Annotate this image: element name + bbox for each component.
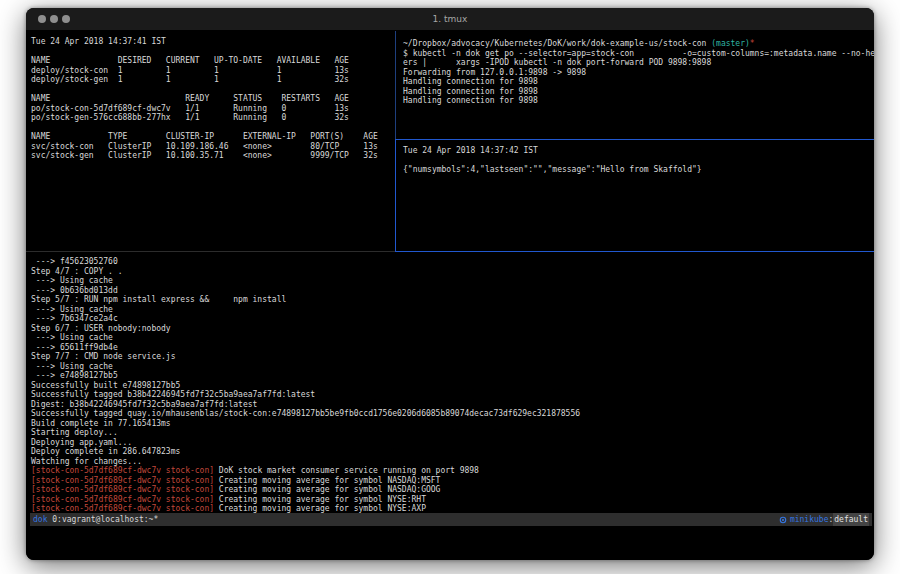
- pod-log-prefix: [stock-con-5d7df689cf-dwc7v stock-con]: [31, 485, 214, 494]
- service-response-output: Tue 24 Apr 2018 14:37:42 IST {"numsymbol…: [403, 146, 872, 175]
- pane-border-vertical-bottom: [395, 139, 396, 252]
- pod-log-line: [stock-con-5d7df689cf-dwc7v stock-con] C…: [31, 495, 872, 505]
- kube-context-label: minikube: [790, 513, 829, 526]
- session-name[interactable]: dok: [33, 513, 47, 526]
- pod-log-prefix: [stock-con-5d7df689cf-dwc7v stock-con]: [31, 466, 214, 475]
- pod-log-prefix: [stock-con-5d7df689cf-dwc7v stock-con]: [31, 504, 214, 513]
- pod-log-line: [stock-con-5d7df689cf-dwc7v stock-con] C…: [31, 485, 872, 495]
- pane-border-vertical-top: [395, 31, 396, 139]
- window-titlebar[interactable]: 1. tmux: [26, 8, 874, 31]
- pane-kubectl-watch[interactable]: Tue 24 Apr 2018 14:37:41 IST NAME DESIRE…: [31, 37, 392, 249]
- window-title: 1. tmux: [26, 14, 874, 24]
- terminal-window: 1. tmux Tue 24 Apr 2018 14:37:41 IST NAM…: [26, 8, 874, 560]
- kube-namespace-badge: default: [833, 513, 869, 526]
- port-forward-output: $ kubectl -n dok get po --selector=app=s…: [403, 49, 872, 106]
- pane-service-response[interactable]: Tue 24 Apr 2018 14:37:42 IST {"numsymbol…: [403, 146, 872, 249]
- git-dirty-marker: *: [750, 39, 755, 48]
- kubernetes-helm-icon: [779, 516, 787, 524]
- close-button[interactable]: [38, 15, 46, 23]
- shell-prompt-line: ~/Dropbox/advocacy/Kubernetes/DoK/work/d…: [403, 39, 872, 49]
- page-background: { "window": { "title": "1. tmux" }, "col…: [0, 0, 900, 574]
- pane-border-main-right: [395, 251, 874, 252]
- pod-log-line: [stock-con-5d7df689cf-dwc7v stock-con] D…: [31, 466, 872, 476]
- kubectl-watch-output: Tue 24 Apr 2018 14:37:41 IST NAME DESIRE…: [31, 37, 392, 161]
- skaffold-build-output: ---> f45623052760 Step 4/7 : COPY . . --…: [31, 257, 872, 466]
- pane-port-forward[interactable]: ~/Dropbox/advocacy/Kubernetes/DoK/work/d…: [403, 39, 872, 137]
- tmux-status-bar: dok 0:vagrant@localhost:~* minikube:defa…: [30, 513, 872, 526]
- pane-skaffold[interactable]: ---> f45623052760 Step 4/7 : COPY . . --…: [31, 257, 872, 513]
- pod-log-prefix: [stock-con-5d7df689cf-dwc7v stock-con]: [31, 495, 214, 504]
- traffic-lights: [38, 8, 70, 30]
- pod-log-line: [stock-con-5d7df689cf-dwc7v stock-con] C…: [31, 476, 872, 486]
- pane-border-right-split: [395, 139, 874, 140]
- git-branch-label: (master): [711, 39, 750, 48]
- zoom-button[interactable]: [62, 15, 70, 23]
- window-list-item[interactable]: 0:vagrant@localhost:~*: [47, 513, 158, 526]
- prompt-path: ~/Dropbox/advocacy/Kubernetes/DoK/work/d…: [403, 39, 711, 48]
- status-left: dok 0:vagrant@localhost:~*: [33, 513, 158, 526]
- pane-border-main-left: [26, 251, 395, 252]
- status-right: minikube:default: [779, 513, 869, 526]
- tmux-terminal: Tue 24 Apr 2018 14:37:41 IST NAME DESIRE…: [26, 31, 874, 560]
- minimize-button[interactable]: [50, 15, 58, 23]
- pod-log-prefix: [stock-con-5d7df689cf-dwc7v stock-con]: [31, 476, 214, 485]
- pod-log-lines: [stock-con-5d7df689cf-dwc7v stock-con] D…: [31, 466, 872, 514]
